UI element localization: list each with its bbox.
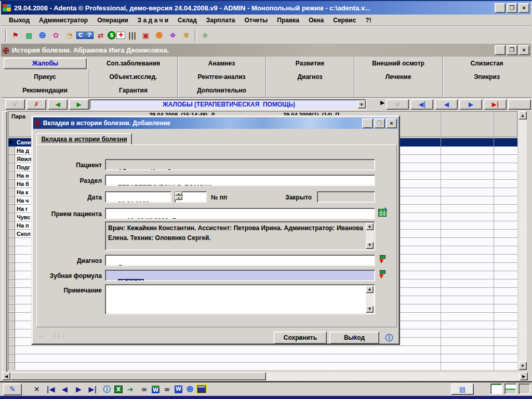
scroll-left-button[interactable] (2, 372, 10, 380)
note-memo-scrollbar[interactable] (366, 286, 374, 313)
visit-memo-scrollbar[interactable] (366, 223, 374, 249)
visit-combo-field[interactable]: № 10. 03.02.2008. Лечение кариеса. (105, 208, 375, 219)
next-tab-icon[interactable]: ▶ (69, 99, 89, 110)
export-arrows-icon[interactable]: ➔ (124, 383, 137, 395)
menu-item-1[interactable]: Администратор (34, 15, 92, 25)
dialog-tab-vkladka[interactable]: Вкладка в истории болезни (36, 133, 132, 145)
palette-icon[interactable]: ❖ (166, 29, 179, 42)
word-report-icon[interactable]: W (152, 385, 159, 393)
menu-item-2[interactable]: Операции (92, 15, 132, 25)
tab-dopolnitelno[interactable]: Дополнительно (178, 84, 266, 97)
memo-scroll-up[interactable] (366, 286, 374, 293)
tab-razvitie[interactable]: Развитие (266, 57, 354, 70)
note-memo[interactable] (105, 284, 375, 314)
save-button[interactable]: ✔ Сохранить (274, 331, 327, 344)
find-word-template-icon[interactable]: ∞ (138, 383, 151, 395)
settings-icon[interactable]: ✾ (180, 29, 193, 42)
cancel-record-icon[interactable]: ✗ (26, 99, 46, 110)
menu-item-9[interactable]: Сервис (328, 15, 361, 25)
menu-item-7[interactable]: Правка (272, 15, 304, 25)
diagnosis-lookup-icon[interactable]: ▼ (379, 255, 386, 264)
find-word-doc-icon[interactable]: ∞ (161, 383, 174, 395)
table-row[interactable]: Сани (17, 139, 31, 145)
calendar-c-icon[interactable]: C (76, 32, 85, 39)
prior-record-icon[interactable]: ◀ (435, 99, 458, 110)
child-minimize-button[interactable]: _ (495, 45, 506, 55)
first-record-flag-icon[interactable]: ◀| (410, 99, 433, 110)
next-record-icon[interactable]: ▶ (459, 99, 482, 110)
memo-scroll-down[interactable] (366, 305, 374, 313)
menu-item-4[interactable]: Склад (173, 15, 202, 25)
spin-up-button[interactable] (175, 192, 182, 196)
table-row[interactable]: На г (17, 206, 28, 212)
tab-slizistaya[interactable]: Слизистая (443, 57, 531, 70)
dialog-titlebar[interactable]: ✠ Вкладки в истории болезни. Добавление … (33, 117, 398, 129)
tab-vneshniy-osmotr[interactable]: Внешний осмотр (354, 57, 443, 70)
tab-sop-zabolevaniya[interactable]: Соп.заболевания (89, 57, 178, 70)
section-combo[interactable]: ЖАЛОБЫ (ТЕРАПЕВТИЧЕСКАЯ ПОМОЩЬ) (89, 99, 366, 110)
menu-item-10[interactable]: ?! (361, 15, 376, 25)
money-icon[interactable]: $ (108, 31, 116, 39)
dialog-close-button[interactable]: × (386, 118, 397, 128)
table-row[interactable]: На п (17, 222, 29, 229)
history-window-titlebar[interactable]: ✠ История болезни. Абрамова Инга Деонисо… (1, 44, 531, 57)
maximize-button[interactable]: ❒ (507, 3, 517, 13)
minimize-button[interactable]: _ (495, 3, 506, 13)
table-row[interactable]: На д (17, 148, 29, 154)
npp-spinner-field[interactable] (175, 191, 207, 203)
dialog-minimize-button[interactable]: _ (362, 118, 373, 128)
last-record-flag-icon[interactable]: ▶| (484, 99, 507, 110)
menu-item-3[interactable]: З а д а ч и (133, 15, 174, 25)
visit-table-icon[interactable]: ✎ (378, 209, 387, 217)
dental-formula-combo-field[interactable]: 15-14-13 (105, 270, 375, 281)
table-row[interactable]: Подг (17, 164, 30, 170)
layers-button[interactable]: ▤ (451, 383, 474, 395)
cash-register-icon[interactable]: ▣ (139, 29, 152, 42)
memo-scroll-up[interactable] (366, 223, 374, 230)
next-record-icon[interactable]: ▶ (72, 383, 85, 395)
new-card-icon[interactable]: ⚑ (9, 29, 22, 42)
excel-export-icon[interactable]: X (114, 385, 123, 393)
save-archive-icon[interactable] (197, 385, 206, 393)
tab-prikus[interactable]: Прикус (1, 70, 89, 84)
tab-rekomendacii[interactable]: Рекомендации (1, 84, 89, 97)
tab-diagnoz[interactable]: Диагноз (266, 70, 354, 84)
info-icon[interactable]: ⓘ (384, 332, 394, 343)
tab-zhaloby[interactable]: Жалобы (4, 58, 87, 69)
scroll-right-button[interactable] (520, 372, 528, 380)
table-row[interactable]: Явил (17, 156, 31, 162)
schedule-clock-icon[interactable]: ◔ (63, 29, 76, 42)
table-row[interactable]: На б (17, 181, 29, 187)
dialog-maximize-button[interactable]: ❒ (374, 118, 385, 128)
table-row[interactable]: Чувс (17, 214, 30, 220)
tab-anamnez[interactable]: Анамнез (178, 57, 266, 70)
celebration-icon[interactable]: ✿ (49, 29, 62, 42)
exit-button[interactable]: Выход ✗ (329, 331, 379, 344)
post-record-icon[interactable]: ☞ (5, 99, 25, 110)
green-grid-icon[interactable]: ▦ (22, 29, 35, 42)
menu-item-8[interactable]: Окна (304, 15, 328, 25)
table-row[interactable]: На к (17, 189, 29, 195)
edit-record-icon[interactable]: ✎ (3, 383, 22, 395)
word-doc-icon[interactable]: W (175, 385, 182, 393)
prior-record-icon[interactable]: ◀ (58, 383, 71, 395)
last-record-icon[interactable]: ▶| (86, 383, 99, 395)
dental-lookup-icon[interactable]: ▼ (379, 270, 386, 280)
delete-record-icon[interactable]: ✕ (30, 383, 43, 395)
memo-scroll-down[interactable] (366, 242, 374, 249)
calendar-7-icon[interactable]: 7 (85, 32, 94, 39)
tab-obekt-issled[interactable]: Объект.исслед. (89, 70, 178, 84)
table-row[interactable]: Скол (17, 231, 31, 237)
menu-item-6[interactable]: Отчеты (240, 15, 272, 25)
section-combo-field[interactable]: ТЕРАПЕВТИЧЕСКАЯ ПОМОЩЬ (105, 175, 375, 186)
prior-tab-icon[interactable]: ◀ (48, 99, 68, 110)
save-icon[interactable] (508, 99, 531, 110)
transfer-arrows-icon[interactable]: ⇄ (94, 29, 107, 42)
tab-rentgen-analiz[interactable]: Рентген-анализ (178, 70, 266, 84)
post-flag-icon[interactable]: ☞ (386, 99, 409, 110)
barcode-icon[interactable]: ||| (126, 29, 139, 42)
staff-icon[interactable]: ☻ (183, 383, 196, 395)
table-row[interactable]: На ч (17, 197, 29, 204)
child-restore-button[interactable]: ❒ (507, 45, 517, 55)
vertical-scrollbar[interactable] (518, 111, 527, 370)
